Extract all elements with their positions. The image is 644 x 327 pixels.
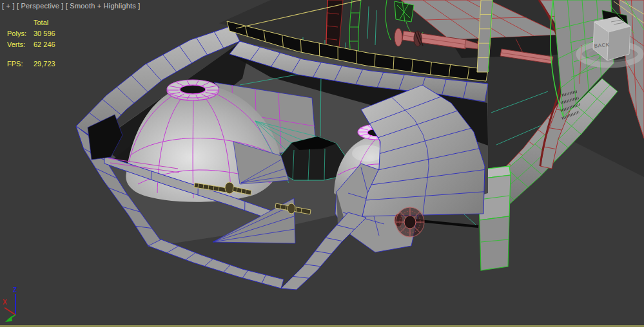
viewport-canvas[interactable]: BACK Z X (0, 0, 644, 327)
stats-fps-label: FPS: (7, 60, 23, 68)
stats-header: Total (34, 19, 48, 26)
stats-fps-value: 29,723 (34, 60, 55, 68)
stats-verts-label: Verts: (7, 41, 25, 48)
viewport-label[interactable]: [ + ] [ Perspective ] [ Smooth + Highlig… (2, 2, 140, 10)
x-axis-label: X (3, 299, 7, 306)
z-axis-label: Z (13, 286, 17, 294)
stats-polys-label: Polys: (7, 30, 26, 37)
stats-polys-value: 30 596 (34, 30, 55, 37)
viewport-3d[interactable]: BACK Z X [ + ] [ Perspective ] [ Smooth … (0, 0, 644, 327)
stats-verts-value: 62 246 (34, 41, 55, 48)
